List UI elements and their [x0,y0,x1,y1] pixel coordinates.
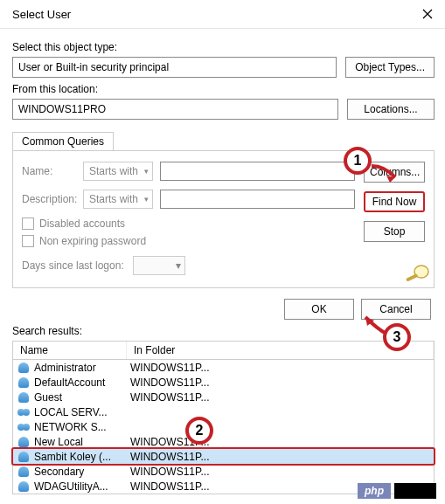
row-folder: WINDOWS11P... [130,391,434,404]
row-folder: WINDOWS11P... [130,451,434,463]
chevron-down-icon: ▾ [144,167,149,176]
results-header: Name In Folder [12,341,435,360]
results-list[interactable]: AdministratorWINDOWS11P...DefaultAccount… [12,360,435,494]
tab-common-queries[interactable]: Common Queries [12,132,114,150]
row-name: Secondary [34,466,130,478]
object-type-value: User or Built-in security principal [18,61,169,73]
user-icon [17,466,31,478]
user-icon [17,362,31,374]
results-row[interactable]: AdministratorWINDOWS11P... [13,360,434,375]
row-name: LOCAL SERV... [34,406,130,418]
location-field[interactable]: WINDOWS11PRO [12,99,338,120]
user-icon [17,480,31,493]
magnifier-icon [402,263,432,286]
annotation-callout-3: 3 [383,323,411,351]
locations-button[interactable]: Locations... [347,99,435,120]
row-name: Sambit Koley (... [34,451,130,463]
checkbox-icon [22,235,34,247]
results-row[interactable]: NETWORK S... [13,419,434,434]
group-icon [17,406,31,418]
days-since-label: Days since last logon: [22,259,124,272]
chevron-down-icon: ▾ [176,259,181,272]
black-badge [394,483,436,499]
row-name: New Local [34,436,130,448]
user-icon [17,451,31,463]
stop-button[interactable]: Stop [364,221,425,242]
titlebar: Select User [0,0,445,28]
row-folder: WINDOWS11P... [130,376,434,389]
row-name: WDAGUtilityA... [34,480,130,493]
row-folder: WINDOWS11P... [130,466,434,478]
disabled-accounts-check[interactable]: Disabled accounts [22,217,355,230]
desc-filter-mode[interactable]: Starts with ▾ [83,190,153,209]
checkbox-icon [22,217,34,230]
dialog-title: Select User [12,8,71,21]
user-icon [17,376,31,389]
location-label: From this location: [12,83,435,95]
location-value: WINDOWS11PRO [18,103,106,115]
row-name: Guest [34,391,130,404]
non-expiring-check[interactable]: Non expiring password [22,235,355,247]
close-icon[interactable] [417,3,438,24]
desc-filter-input[interactable] [160,190,355,209]
days-since-combo[interactable]: ▾ [133,256,185,275]
row-folder: WINDOWS11P... [130,436,434,448]
name-filter-label: Name: [22,165,83,177]
user-icon [17,391,31,404]
results-row[interactable]: SecondaryWINDOWS11P... [13,464,434,479]
row-name: NETWORK S... [34,421,130,433]
group-icon [17,421,31,433]
object-type-field[interactable]: User or Built-in security principal [12,57,337,78]
col-name[interactable]: Name [13,342,127,359]
common-queries-tabstrip: Common Queries [12,132,435,151]
row-folder: WINDOWS11P... [130,362,434,374]
annotation-callout-1: 1 [344,147,372,175]
ok-button[interactable]: OK [284,299,354,320]
results-row[interactable]: GuestWINDOWS11P... [13,390,434,404]
results-row[interactable]: DefaultAccountWINDOWS11P... [13,375,434,390]
results-row[interactable]: LOCAL SERV... [13,404,434,419]
row-name: DefaultAccount [34,376,130,389]
php-badge: php [358,483,391,499]
annotation-arrow-1 [367,162,402,188]
annotation-callout-2: 2 [185,417,213,445]
footer-badges: php [358,483,436,499]
user-icon [17,436,31,448]
row-name: Administrator [34,362,130,374]
object-types-button[interactable]: Object Types... [345,57,435,78]
find-now-button[interactable]: Find Now [364,191,425,212]
name-filter-mode[interactable]: Starts with ▾ [83,162,153,181]
svg-rect-1 [406,273,418,282]
chevron-down-icon: ▾ [144,195,149,204]
name-filter-input[interactable] [160,162,355,181]
object-type-label: Select this object type: [12,41,435,53]
results-row[interactable]: Sambit Koley (...WINDOWS11P... [13,449,434,464]
desc-filter-label: Description: [22,193,83,205]
results-row[interactable]: New LocalWINDOWS11P... [13,434,434,449]
